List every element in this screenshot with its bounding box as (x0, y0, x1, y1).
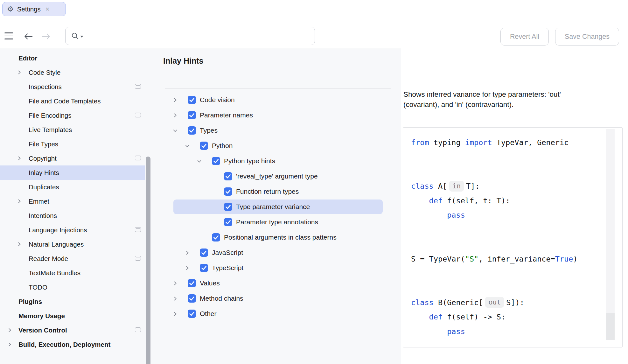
tree-item-parameter-type-annotations[interactable]: Parameter type annotations (165, 214, 391, 230)
inlay-hint-chip: out (485, 297, 504, 308)
checkbox-checked[interactable] (224, 172, 232, 180)
tree-item-reveal-type-argument-type[interactable]: 'reveal_type' argument type (165, 169, 391, 184)
checkbox-checked[interactable] (188, 111, 196, 119)
tree-item-python[interactable]: Python (165, 138, 391, 153)
chevron-right-icon[interactable] (7, 327, 12, 333)
chevron-down-icon[interactable] (80, 36, 83, 38)
chevron-right-icon[interactable] (17, 242, 22, 247)
scrollbar-thumb[interactable] (146, 157, 150, 364)
code-token: B(Generic[ (434, 298, 483, 307)
sidebar-item-code-style[interactable]: Code Style (0, 65, 154, 80)
tree-item-label: Python (212, 138, 233, 153)
chevron-right-icon[interactable] (172, 113, 178, 118)
sidebar-item-build-execution-deployment[interactable]: Build, Execution, Deployment (0, 337, 154, 352)
sidebar-item-natural-languages[interactable]: Natural Languages (0, 237, 154, 251)
tree-item-label: TypeScript (212, 260, 243, 276)
scrollbar-thumb[interactable] (606, 313, 615, 340)
sidebar-item-language-injections[interactable]: Language Injections (0, 223, 154, 237)
revert-all-button[interactable]: Revert All (500, 28, 549, 46)
chevron-down-icon[interactable] (172, 128, 178, 133)
code-token: class (411, 182, 434, 191)
save-changes-button[interactable]: Save Changes (555, 28, 619, 46)
chevron-right-icon[interactable] (185, 250, 190, 256)
tree-item-javascript[interactable]: JavaScript (165, 245, 391, 260)
tree-item-label: Other (200, 306, 217, 321)
sidebar-item-memory-usage[interactable]: Memory Usage (0, 309, 154, 323)
search-box[interactable] (65, 27, 315, 45)
code-line (411, 150, 602, 165)
checkbox-checked[interactable] (188, 294, 196, 303)
code-line (411, 237, 602, 252)
chevron-right-icon[interactable] (172, 97, 178, 103)
sidebar-item-plugins[interactable]: Plugins (0, 294, 154, 309)
tree-item-other[interactable]: Other (165, 306, 391, 321)
checkbox-checked[interactable] (188, 96, 196, 104)
checkbox-checked[interactable] (200, 142, 208, 150)
tree-item-values[interactable]: Values (165, 276, 391, 291)
sidebar-item-version-control[interactable]: Version Control (0, 323, 154, 337)
sidebar-item-live-templates[interactable]: Live Templates (0, 122, 154, 137)
sidebar-item-label: Intentions (29, 212, 57, 220)
close-icon[interactable]: × (45, 6, 50, 13)
tree-item-method-chains[interactable]: Method chains (165, 291, 391, 306)
sidebar-item-label: Emmet (29, 198, 49, 205)
checkbox-checked[interactable] (224, 203, 232, 211)
code-token: True (555, 255, 573, 263)
back-arrow-button[interactable] (24, 33, 33, 41)
sidebar-item-file-types[interactable]: File Types (0, 137, 154, 151)
chevron-right-icon[interactable] (185, 265, 190, 271)
sidebar-item-inspections[interactable]: Inspections (0, 80, 154, 94)
checkbox-checked[interactable] (212, 233, 220, 242)
scrollbar-track[interactable] (606, 129, 615, 340)
chevron-right-icon[interactable] (17, 199, 22, 204)
tree-item-parameter-names[interactable]: Parameter names (165, 108, 391, 123)
tree-item-label: Values (200, 276, 220, 291)
chevron-right-icon[interactable] (17, 156, 22, 161)
chevron-right-icon[interactable] (172, 296, 178, 301)
chevron-right-icon[interactable] (17, 70, 22, 75)
sidebar-item-file-encodings[interactable]: File Encodings (0, 108, 154, 122)
tree-item-types[interactable]: Types (165, 123, 391, 138)
tree-item-code-vision[interactable]: Code vision (165, 92, 391, 108)
search-input[interactable] (87, 32, 315, 40)
chevron-right-icon[interactable] (7, 342, 12, 347)
menu-icon[interactable] (4, 32, 13, 42)
code-line: pass (411, 325, 602, 339)
settings-window: ⚙ Settings × Revert All Save Changes Edi… (0, 0, 628, 364)
sidebar-item-label: Memory Usage (18, 312, 65, 320)
chevron-right-icon[interactable] (172, 311, 178, 317)
chevron-down-icon[interactable] (197, 158, 202, 164)
tree-item-python-type-hints[interactable]: Python type hints (165, 153, 391, 169)
code-line: class B(Generic[outS]): (411, 296, 602, 310)
sidebar-item-intentions[interactable]: Intentions (0, 208, 154, 223)
sidebar-item-file-and-code-templates[interactable]: File and Code Templates (0, 94, 154, 108)
tree-item-function-return-types[interactable]: Function return types (165, 184, 391, 199)
tree-item-type-parameter-variance[interactable]: Type parameter variance (165, 199, 391, 214)
sidebar-item-todo[interactable]: TODO (0, 280, 154, 294)
sidebar-item-duplicates[interactable]: Duplicates (0, 180, 154, 194)
sidebar-item-copyright[interactable]: Copyright (0, 151, 154, 165)
checkbox-checked[interactable] (188, 126, 196, 135)
checkbox-checked[interactable] (212, 157, 220, 165)
checkbox-checked[interactable] (200, 248, 208, 257)
sidebar-item-inlay-hints[interactable]: Inlay Hints (0, 165, 154, 180)
chevron-right-icon[interactable] (172, 281, 178, 286)
sidebar-item-emmet[interactable]: Emmet (0, 194, 154, 208)
forward-arrow-button[interactable] (41, 33, 51, 41)
tree-item-label: Method chains (200, 291, 243, 306)
tab-settings[interactable]: ⚙ Settings × (2, 2, 66, 16)
tree-item-typescript[interactable]: TypeScript (165, 260, 391, 276)
tree-item-positional-arguments-in-class-patterns[interactable]: Positional arguments in class patterns (165, 230, 391, 245)
sidebar-item-label: File Encodings (29, 112, 71, 119)
checkbox-checked[interactable] (188, 310, 196, 318)
sidebar-item-reader-mode[interactable]: Reader Mode (0, 251, 154, 266)
chevron-down-icon[interactable] (185, 143, 190, 149)
checkbox-checked[interactable] (224, 187, 232, 196)
checkbox-checked[interactable] (224, 218, 232, 226)
sidebar-item-editor[interactable]: Editor (0, 51, 154, 65)
code-token: pass (447, 327, 465, 336)
code-token: "S" (465, 255, 478, 263)
checkbox-checked[interactable] (200, 264, 208, 272)
sidebar-item-textmate-bundles[interactable]: TextMate Bundles (0, 266, 154, 280)
checkbox-checked[interactable] (188, 279, 196, 287)
